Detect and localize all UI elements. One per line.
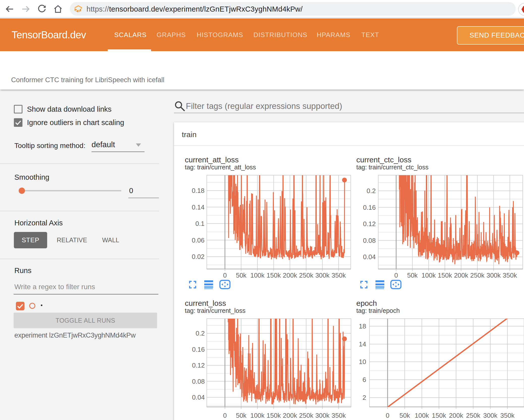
- svg-text:14: 14: [359, 340, 366, 348]
- svg-text:18: 18: [359, 322, 366, 330]
- svg-text:2: 2: [363, 394, 366, 401]
- svg-text:350k: 350k: [500, 412, 515, 419]
- svg-text:150k: 150k: [432, 412, 446, 419]
- svg-text:250k: 250k: [466, 412, 480, 419]
- svg-text:10: 10: [359, 358, 366, 366]
- svg-text:100k: 100k: [415, 412, 429, 419]
- svg-text:tag: train/epoch: tag: train/epoch: [356, 307, 400, 314]
- svg-text:200k: 200k: [449, 412, 463, 419]
- svg-text:6: 6: [363, 376, 366, 383]
- svg-text:0: 0: [386, 412, 389, 419]
- svg-text:50k: 50k: [399, 412, 410, 419]
- svg-text:epoch: epoch: [356, 299, 377, 307]
- svg-text:300k: 300k: [483, 412, 498, 419]
